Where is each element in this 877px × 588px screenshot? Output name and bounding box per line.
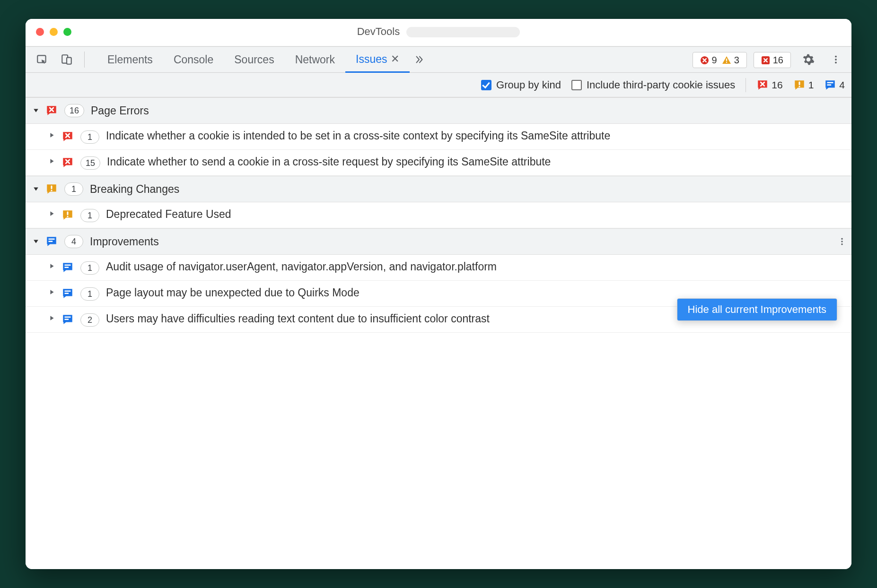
tab-network[interactable]: Network <box>285 47 345 72</box>
close-tab-icon[interactable]: ✕ <box>391 53 399 65</box>
error-count[interactable]: 16 <box>756 79 782 91</box>
tab-elements[interactable]: Elements <box>97 47 163 72</box>
issue-item[interactable]: 15Indicate whether to send a cookie in a… <box>26 150 851 176</box>
window-title: DevTools <box>357 26 400 37</box>
issue-count-badge: 1 <box>80 130 99 144</box>
main-menu-button[interactable] <box>826 47 846 72</box>
issue-kind-icon <box>45 104 58 117</box>
group-title: Improvements <box>90 235 159 248</box>
issue-kind-icon <box>61 313 74 326</box>
disclosure-triangle-icon <box>49 211 55 216</box>
issues-status-pill[interactable]: 16 <box>754 52 791 68</box>
disclosure-triangle-icon <box>49 315 55 321</box>
toolbar-separator <box>84 52 85 68</box>
device-mode-button[interactable] <box>58 47 76 72</box>
issues-filter-bar: Group by kind Include third-party cookie… <box>26 73 851 97</box>
tab-sources[interactable]: Sources <box>224 47 284 72</box>
checkbox-icon <box>571 80 582 90</box>
issue-title: Audit usage of navigator.userAgent, navi… <box>106 259 844 274</box>
group-title: Page Errors <box>91 104 149 117</box>
disclosure-triangle-icon <box>49 132 55 138</box>
disclosure-triangle-icon <box>49 158 55 164</box>
issue-title: Indicate whether a cookie is intended to… <box>106 129 844 143</box>
issue-item[interactable]: 1Audit usage of navigator.userAgent, nav… <box>26 255 851 281</box>
issue-kind-icon <box>61 287 74 300</box>
disclosure-triangle-icon <box>49 263 55 269</box>
inspect-element-button[interactable] <box>33 47 51 72</box>
issue-count-badge: 1 <box>80 209 99 222</box>
error-square-icon <box>761 56 770 65</box>
devtools-window: DevTools Elements Console Sources Networ… <box>26 19 851 569</box>
disclosure-triangle-icon <box>49 289 55 295</box>
issue-item[interactable]: 1Deprecated Feature Used <box>26 202 851 228</box>
issue-kind-icon <box>61 156 74 169</box>
issue-count-badge: 4 <box>64 235 83 248</box>
group-menu-button[interactable] <box>837 236 847 247</box>
checkbox-icon <box>481 80 491 90</box>
settings-button[interactable] <box>798 47 819 72</box>
tab-console[interactable]: Console <box>163 47 224 72</box>
checkbox-label: Group by kind <box>496 79 561 91</box>
console-status-pill[interactable]: 9 3 <box>693 52 747 68</box>
issue-kind-icon <box>61 209 74 221</box>
issue-title: Deprecated Feature Used <box>106 207 844 222</box>
disclosure-triangle-icon <box>33 186 39 192</box>
more-tabs-button[interactable] <box>410 47 430 72</box>
main-toolbar: Elements Console Sources Network Issues … <box>26 46 851 73</box>
issue-count-badge: 1 <box>80 287 99 301</box>
issues-list: 16Page Errors1Indicate whether a cookie … <box>26 97 851 569</box>
group-header[interactable]: 1Breaking Changes <box>26 176 851 202</box>
filter-separator <box>745 78 746 92</box>
warning-icon <box>722 56 731 64</box>
error-icon <box>700 56 709 65</box>
context-menu-item-hide-improvements[interactable]: Hide all current Improvements <box>677 299 837 320</box>
disclosure-triangle-icon <box>33 239 39 244</box>
tip-count[interactable]: 4 <box>824 79 845 91</box>
issue-kind-icon <box>45 235 58 248</box>
issue-kind-icon <box>61 261 74 274</box>
group-title: Breaking Changes <box>90 183 179 196</box>
group-by-kind-checkbox[interactable]: Group by kind <box>481 79 561 91</box>
issue-item[interactable]: 1Indicate whether a cookie is intended t… <box>26 124 851 150</box>
issue-kind-icon <box>45 183 58 195</box>
warning-count[interactable]: 1 <box>793 79 814 91</box>
disclosure-triangle-icon <box>33 108 39 113</box>
issue-count-badge: 1 <box>80 261 99 275</box>
window-title-redacted <box>406 27 520 37</box>
issue-kind-icon <box>61 130 74 143</box>
context-menu: Hide all current Improvements <box>677 298 837 321</box>
issue-count-badge: 2 <box>80 313 99 327</box>
issue-count-badge: 1 <box>64 182 83 196</box>
panel-tabs: Elements Console Sources Network Issues … <box>93 47 430 72</box>
issue-title: Indicate whether to send a cookie in a c… <box>107 155 844 169</box>
group-header[interactable]: 4Improvements <box>26 228 851 255</box>
issue-count-badge: 15 <box>80 156 100 170</box>
group-header[interactable]: 16Page Errors <box>26 97 851 124</box>
tab-issues[interactable]: Issues ✕ <box>345 47 410 73</box>
issue-count-badge: 16 <box>64 104 84 117</box>
checkbox-label: Include third-party cookie issues <box>587 79 735 91</box>
titlebar: DevTools <box>26 19 851 46</box>
include-third-party-checkbox[interactable]: Include third-party cookie issues <box>571 79 735 91</box>
